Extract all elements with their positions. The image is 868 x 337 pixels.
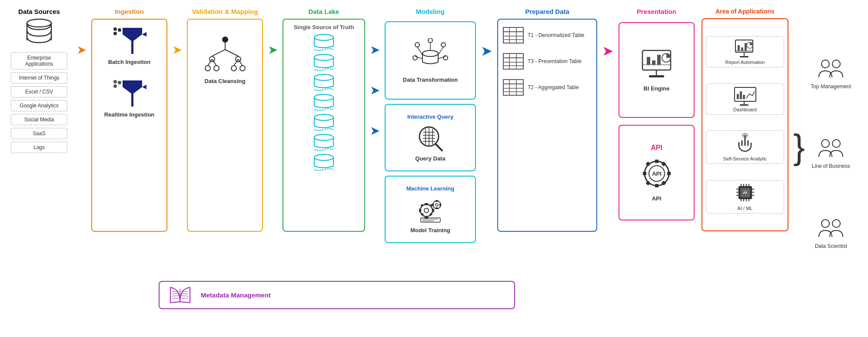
t3-item: T3 - Presentation Table	[502, 53, 592, 70]
source-social: Social Media	[11, 114, 67, 125]
svg-point-25	[231, 66, 236, 71]
cleansing-label: Data Cleansing	[205, 78, 246, 84]
svg-rect-85	[439, 204, 441, 206]
svg-line-56	[417, 47, 422, 55]
blue-arrow-1-icon: ➤	[370, 43, 380, 57]
svg-rect-82	[436, 200, 438, 202]
svg-marker-12	[142, 83, 146, 90]
svg-rect-114	[649, 75, 664, 77]
line-of-business-label: Line of Business	[812, 163, 850, 169]
svg-rect-117	[655, 160, 658, 163]
report-automation-item: Report Automation	[706, 36, 784, 67]
prepared-header: Prepared Data	[525, 8, 569, 15]
main-container: Data Sources Enterprise Applications Int…	[0, 0, 868, 277]
svg-rect-89	[503, 27, 523, 43]
svg-point-26	[240, 66, 245, 71]
brace-icon: }	[793, 38, 805, 256]
svg-text:API: API	[652, 170, 662, 177]
data-sources-header: Data Sources	[18, 8, 60, 15]
db-lake-2	[312, 54, 336, 72]
arrow-to-validation: ➤	[172, 43, 182, 57]
self-service-icon	[733, 133, 757, 155]
data-scientist-label: Data Scientist	[815, 243, 847, 249]
svg-point-10	[113, 80, 117, 83]
validation-header: Validation & Mapping	[192, 8, 258, 15]
svg-line-16	[225, 50, 238, 56]
svg-point-24	[214, 66, 219, 71]
svg-point-30	[314, 54, 333, 60]
svg-point-33	[314, 74, 333, 80]
data-cleansing-item: Data Cleansing	[203, 34, 247, 84]
svg-line-59	[415, 57, 422, 59]
svg-point-48	[422, 50, 438, 57]
svg-rect-84	[432, 204, 434, 206]
cleansing-icon	[203, 34, 247, 78]
svg-rect-136	[740, 91, 742, 99]
svg-point-170	[821, 220, 829, 227]
report-automation-icon	[733, 39, 757, 58]
svg-rect-118	[655, 184, 658, 187]
svg-rect-86	[421, 218, 440, 222]
t2-table-icon	[502, 79, 524, 96]
svg-point-71	[424, 208, 429, 213]
db-lake-4	[312, 94, 336, 112]
svg-rect-110	[652, 60, 655, 65]
modeling-column: Modeling Data Transformat	[382, 8, 478, 243]
datalake-column: Data Lake Single Source of Truth	[280, 8, 367, 232]
svg-rect-124	[645, 180, 650, 185]
ai-ml-item: AI AI / ML	[706, 180, 784, 214]
svg-line-174	[172, 294, 179, 294]
svg-line-178	[181, 294, 188, 294]
svg-rect-83	[436, 207, 438, 209]
svg-rect-95	[503, 53, 523, 69]
svg-rect-129	[741, 47, 743, 51]
validation-column: Validation & Mapping	[185, 8, 265, 232]
data-scientist-icon	[817, 217, 845, 241]
svg-point-36	[314, 94, 333, 100]
area-column: Area of Applications Re	[699, 8, 791, 231]
svg-point-4	[118, 28, 121, 32]
db-lake-7	[312, 154, 336, 172]
realtime-ingestion-label: Realtime Ingestion	[104, 111, 155, 118]
db-lake-3	[312, 74, 336, 92]
svg-point-39	[314, 114, 333, 120]
bi-engine-icon	[640, 48, 673, 81]
amber-arrow-icon: ➤	[172, 43, 182, 57]
data-transformation-box: Data Transformation	[385, 21, 476, 100]
svg-rect-76	[420, 204, 423, 207]
svg-point-167	[832, 60, 840, 68]
datalake-header: Data Lake	[309, 8, 339, 15]
metadata-book-icon	[168, 285, 192, 305]
arrow-to-ingestion: ➤	[76, 43, 86, 57]
machine-learning-title: Machine Learning	[406, 185, 455, 192]
bi-engine-box: BI Engine	[619, 22, 695, 118]
svg-rect-109	[647, 57, 650, 65]
svg-rect-111	[657, 55, 661, 65]
line-of-business-icon	[817, 137, 845, 161]
top-management-label: Top Management	[811, 83, 851, 90]
t2-item: T2 - Aggregated Table	[502, 79, 592, 96]
arrow-to-prepared: ➤	[481, 43, 492, 59]
svg-marker-7	[142, 31, 146, 38]
svg-point-3	[113, 32, 117, 35]
metadata-label: Metadata Management	[201, 291, 271, 299]
metadata-section: Metadata Management	[0, 277, 868, 314]
query-data-label: Query Data	[415, 155, 445, 162]
svg-point-5	[113, 27, 117, 31]
svg-marker-6	[123, 28, 142, 54]
validation-box: Data Cleansing	[187, 19, 263, 232]
users-section: } Top Management	[793, 21, 857, 273]
svg-point-8	[113, 84, 117, 88]
line-of-business-group: Line of Business	[812, 137, 850, 169]
svg-point-54	[413, 56, 417, 60]
area-box: Report Automation Dashboard	[702, 18, 788, 231]
svg-point-13	[222, 37, 228, 43]
arrow-to-modeling: ➤ ➤ ➤	[370, 43, 380, 138]
source-enterprise: Enterprise Applications	[11, 52, 67, 70]
svg-text:AI: AI	[743, 190, 747, 195]
svg-point-53	[441, 43, 446, 47]
metadata-bar: Metadata Management	[159, 281, 515, 309]
batch-ingestion-label: Batch Ingestion	[108, 59, 151, 65]
ai-ml-icon: AI	[733, 183, 757, 204]
top-management-icon	[817, 58, 845, 82]
